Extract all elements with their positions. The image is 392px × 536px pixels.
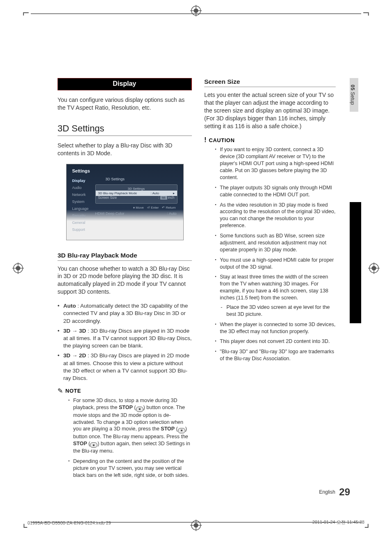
3d-playback-body: You can choose whether to watch a 3D Blu… [58, 265, 192, 296]
note-list: For some 3D discs, to stop a movie durin… [58, 397, 192, 479]
note-icon: ✎ [58, 387, 63, 395]
chapter-tab-black [350, 202, 361, 323]
stop-button-icon [178, 428, 185, 433]
registration-mark-left [12, 262, 24, 274]
caution-item: Stay at least three times the width of t… [204, 274, 336, 317]
chapter-number: 05 [350, 85, 355, 90]
osd-nav-audio: Audio [72, 184, 94, 191]
caution-item: "Blu-ray 3D" and "Blu-ray 3D" logo are t… [204, 348, 336, 362]
osd-nav-network: Network [72, 191, 94, 198]
osd-row1-value: : Auto [151, 191, 159, 195]
osd-nav-display: Display [72, 177, 94, 184]
osd-row2-label: Screen Size [98, 196, 117, 200]
note-item-1: For some 3D discs, to stop a movie durin… [58, 397, 192, 455]
footer-language: English [319, 489, 335, 495]
caution-item: If you want to enjoy 3D content, connect… [204, 146, 336, 181]
caution-list: If you want to enjoy 3D content, connect… [204, 146, 336, 362]
stop-button-icon [136, 407, 143, 412]
screen-size-body: Lets you enter the actual screen size of… [204, 91, 336, 130]
crop-mark-tr: ¬ [363, 6, 369, 19]
note-header: ✎ NOTE [58, 387, 192, 395]
caution-item: Some functions such as BD Wise, screen s… [204, 232, 336, 253]
chapter-tab-label: 05 Setup [350, 78, 358, 112]
heading-rule [58, 136, 192, 136]
sub-rule-1 [58, 260, 192, 261]
registration-mark-right [368, 262, 380, 274]
page-number: 29 [339, 486, 350, 497]
heading-3d-playback-mode: 3D Blu-ray Playback Mode [58, 252, 192, 259]
chapter-name: Setup [350, 92, 355, 105]
heading-3d-settings: 3D Settings [58, 123, 192, 134]
display-intro-text: You can configure various display option… [58, 96, 192, 112]
osd-row1-arrow-icon: ▸ [173, 191, 175, 195]
osd-title: Settings [72, 168, 90, 173]
registration-mark-bottom [190, 520, 202, 531]
osd-nav-system: System [72, 198, 94, 205]
osd-panel-title: 3D Settings [98, 187, 175, 191]
osd-nav-language: Language [72, 205, 94, 212]
osd-panel: 3D Settings 3D Blu-ray Playback Mode : A… [95, 184, 178, 204]
note-item-2: Depending on the content and the positio… [58, 458, 192, 479]
page-footer: English 29 [319, 486, 350, 498]
osd-hint-return: ↶ Return [162, 206, 175, 209]
source-file-label: 01995A-BD-D5500-ZA-ENG-0124.indb 29 [28, 520, 111, 525]
osd-extra-label: HDMI Deep Color [95, 212, 125, 216]
osd-extra-value: : Auto [167, 212, 176, 216]
osd-row1-label: 3D Blu-ray Playback Mode [98, 191, 137, 195]
heading-screen-size: Screen Size [204, 78, 336, 85]
osd-hint-enter: ⏎ Enter [147, 206, 159, 209]
build-timestamp: 2011-01-24 오전 11:45:38 [312, 520, 364, 525]
sub-rule-2 [204, 87, 336, 87]
osd-row2-unit: inch [168, 196, 175, 200]
osd-screenshot: Settings Display Audio Network System La… [66, 164, 184, 240]
option-3d-3d: 3D → 3D : 3D Blu-ray Discs are played in… [58, 327, 192, 350]
3d-settings-body: Select whether to play a Blu-ray Disc wi… [58, 142, 192, 157]
osd-hint-move: ♦ Move [133, 206, 144, 209]
chapter-tab: 05 Setup [350, 78, 361, 323]
registration-mark-top [190, 5, 202, 16]
manual-page: ⌐ ¬ ⌞ ⌟ 05 Setup Display You can configu… [0, 0, 392, 536]
crop-mark-br: ⌟ [364, 516, 369, 530]
caution-item: As the video resolution in 3D play mode … [204, 202, 336, 230]
caution-header: ! CAUTION [204, 136, 336, 144]
osd-row2: Screen Size : 55 inch [98, 196, 175, 200]
caution-item: When the player is connected to some 3D … [204, 321, 336, 335]
caution-label: CAUTION [209, 137, 235, 143]
osd-nav-security: Security [72, 212, 94, 219]
osd-extra-row: HDMI Deep Color : Auto [95, 212, 177, 216]
note-label: NOTE [65, 388, 81, 394]
caution-item: You must use a high-speed HDMI cable for… [204, 257, 336, 271]
caution-item: The player outputs 3D signals only throu… [204, 184, 336, 198]
left-column: Display You can configure various displa… [58, 78, 192, 482]
osd-breadcrumb: 3D Settings [106, 177, 125, 181]
osd-nav-general: General [72, 219, 94, 226]
crop-mark-tl: ⌐ [23, 6, 29, 19]
caution-item: This player does not convert 2D content … [204, 338, 336, 345]
osd-nav-support: Support [72, 226, 94, 233]
osd-row2-value: 55 [160, 196, 167, 200]
option-auto: Auto : Automatically detect the 3D capab… [58, 302, 192, 325]
caution-subitem: Place the 3D video screen at eye level f… [220, 304, 336, 318]
right-column: Screen Size Lets you enter the actual sc… [204, 78, 336, 482]
caution-icon: ! [204, 136, 206, 144]
section-banner-display: Display [58, 78, 192, 90]
playback-mode-options: Auto : Automatically detect the 3D capab… [58, 302, 192, 382]
osd-hints: ♦ Move ⏎ Enter ↶ Return [133, 206, 175, 209]
stop-button-icon [90, 442, 97, 448]
option-3d-2d: 3D → 2D : 3D Blu-ray Discs are played in… [58, 352, 192, 382]
osd-nav: Display Audio Network System Language Se… [72, 177, 94, 233]
